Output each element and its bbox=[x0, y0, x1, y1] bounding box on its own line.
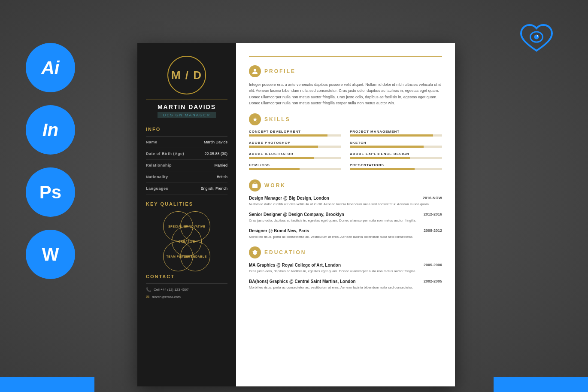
work-item-1: Senior Designer @ Design Company, Brookl… bbox=[249, 212, 442, 223]
skill-bar-bg bbox=[350, 146, 442, 148]
skill-bar-fill bbox=[350, 168, 415, 170]
info-section: INFO Name Martin Davids Date of Birth (A… bbox=[146, 127, 227, 194]
skill-name: SKETCH bbox=[350, 141, 442, 145]
info-value-nationality: British bbox=[217, 175, 227, 179]
profile-text: Integer posuere erat a ante venenatis da… bbox=[249, 82, 442, 106]
info-title: INFO bbox=[146, 127, 227, 132]
edu-item-title: MA Graphics @ Royal College of Art, Lond… bbox=[249, 263, 341, 267]
bottom-bar-left bbox=[0, 377, 94, 392]
work-item-0: Design Manager @ Big Design, London 2016… bbox=[249, 196, 442, 207]
contact-email: ✉ martin@email.com bbox=[146, 295, 227, 299]
qualities-title: KEY QUALITIES bbox=[146, 201, 227, 207]
profile-header: PROFILE bbox=[249, 65, 442, 77]
work-item-years: 2016-NOW bbox=[423, 196, 442, 200]
resume-right-panel: PROFILE Integer posuere erat a ante vene… bbox=[236, 43, 455, 386]
skill-bar-fill bbox=[249, 134, 327, 137]
skill-bar-bg bbox=[249, 168, 341, 170]
education-section: EDUCATION MA Graphics @ Royal College of… bbox=[249, 246, 442, 290]
info-value-languages: English, French bbox=[200, 186, 227, 191]
ps-icon[interactable]: Ps bbox=[26, 167, 75, 217]
skill-bar-bg bbox=[350, 157, 442, 159]
profile-heading: PROFILE bbox=[264, 68, 296, 74]
skill-item-5: ADOBE EXPERIENCE DESIGN bbox=[350, 152, 442, 159]
profile-section: PROFILE Integer posuere erat a ante vene… bbox=[249, 65, 442, 106]
skill-name: CONCEPT DEVELOPMENT bbox=[249, 130, 341, 134]
info-label-dob: Date of Birth (Age) bbox=[146, 152, 184, 156]
info-value-dob: 22.05.88 (30) bbox=[204, 152, 227, 156]
skill-bar-bg bbox=[350, 134, 442, 137]
skill-bar-fill bbox=[350, 157, 410, 159]
email-icon: ✉ bbox=[146, 295, 149, 299]
name-area: MARTIN DAVIDS DESIGN MANAGER bbox=[158, 103, 216, 118]
info-row-relationship: Relationship Married bbox=[146, 163, 227, 171]
work-item-title: Senior Designer @ Design Company, Brookl… bbox=[249, 212, 344, 217]
info-row-languages: Languages English, French bbox=[146, 186, 227, 194]
skill-name: PROJECT MANAGEMENT bbox=[350, 130, 442, 134]
svg-rect-4 bbox=[252, 184, 258, 188]
skill-name: ADOBE PHOTOSHOP bbox=[249, 141, 341, 145]
info-row-nationality: Nationality British bbox=[146, 175, 227, 183]
work-item-desc: Nullam id dolor id nibh ultricies vehicu… bbox=[249, 202, 442, 207]
edu-item-years: 2002-2005 bbox=[424, 279, 442, 284]
skill-bar-bg bbox=[350, 168, 442, 170]
w-icon[interactable]: W bbox=[26, 230, 75, 279]
skill-name: ADOBE EXPERIENCE DESIGN bbox=[350, 152, 442, 156]
edu-item-1: BA(hons) Graphics @ Central Saint Martin… bbox=[249, 279, 442, 290]
svg-point-1 bbox=[534, 34, 539, 39]
skill-bar-fill bbox=[350, 134, 433, 137]
work-item-header: Designer @ Brand New, Paris 2008-2012 bbox=[249, 228, 442, 233]
info-label-nationality: Nationality bbox=[146, 175, 168, 179]
contact-section: CONTACT 📞 Cell +44 (12) 123 4567 ✉ marti… bbox=[146, 274, 227, 299]
ai-icon[interactable]: Ai bbox=[26, 43, 75, 92]
contact-phone: 📞 Cell +44 (12) 123 4567 bbox=[146, 287, 227, 292]
work-item-desc: Cras justo odio, dapibus ac facilisis in… bbox=[249, 218, 442, 223]
top-gold-line bbox=[249, 56, 442, 57]
skills-section: ★ SKILLS CONCEPT DEVELOPMENT PROJECT MAN… bbox=[249, 113, 442, 173]
edu-item-header: MA Graphics @ Royal College of Art, Lond… bbox=[249, 263, 442, 267]
qualities-section: KEY QUALITIES SPECIALIST INNOVATIVE CREA… bbox=[146, 201, 227, 267]
edu-item-years: 2005-2006 bbox=[424, 263, 442, 267]
edu-item-desc: Morbi leo risus, porta ac consectetur ac… bbox=[249, 285, 442, 290]
contact-title: CONTACT bbox=[146, 274, 227, 279]
monogram-text: M / D bbox=[171, 69, 202, 82]
work-item-title: Design Manager @ Big Design, London bbox=[249, 196, 329, 201]
full-name: MARTIN DAVIDS bbox=[158, 103, 216, 110]
skill-item-0: CONCEPT DEVELOPMENT bbox=[249, 130, 341, 137]
resume: M / D MARTIN DAVIDS DESIGN MANAGER INFO … bbox=[137, 43, 455, 386]
phone-text: Cell +44 (12) 123 4567 bbox=[154, 288, 189, 292]
skill-item-7: PRESENTATIONS bbox=[350, 163, 442, 170]
edu-item-title: BA(hons) Graphics @ Central Saint Martin… bbox=[249, 279, 356, 284]
skill-bar-fill bbox=[350, 146, 424, 148]
job-title: DESIGN MANAGER bbox=[158, 112, 216, 118]
work-item-2: Designer @ Brand New, Paris 2008-2012 Mo… bbox=[249, 228, 442, 240]
skill-bar-bg bbox=[249, 134, 341, 137]
email-text: martin@email.com bbox=[152, 295, 181, 299]
resume-left-panel: M / D MARTIN DAVIDS DESIGN MANAGER INFO … bbox=[137, 43, 236, 386]
work-header: WORK bbox=[249, 179, 442, 191]
skill-item-6: HTML/CSS bbox=[249, 163, 341, 170]
monogram-circle: M / D bbox=[167, 56, 206, 94]
info-row-name: Name Martin Davids bbox=[146, 140, 227, 148]
education-icon bbox=[249, 246, 261, 258]
info-divider bbox=[146, 136, 227, 137]
in-icon[interactable]: In bbox=[26, 105, 75, 155]
work-heading: WORK bbox=[264, 182, 286, 188]
name-divider-top bbox=[146, 100, 227, 100]
bottom-bar-right bbox=[494, 377, 588, 392]
skills-grid: CONCEPT DEVELOPMENT PROJECT MANAGEMENT A… bbox=[249, 130, 442, 173]
education-header: EDUCATION bbox=[249, 246, 442, 258]
skill-name: PRESENTATIONS bbox=[350, 163, 442, 167]
skill-bar-fill bbox=[249, 157, 314, 159]
skill-bar-bg bbox=[249, 157, 341, 159]
skill-item-3: SKETCH bbox=[350, 141, 442, 148]
qualities-divider bbox=[146, 211, 227, 211]
skill-item-1: PROJECT MANAGEMENT bbox=[350, 130, 442, 137]
phone-icon: 📞 bbox=[146, 287, 151, 292]
work-item-header: Senior Designer @ Design Company, Brookl… bbox=[249, 212, 442, 217]
skill-bar-fill bbox=[249, 168, 300, 170]
work-section: WORK Design Manager @ Big Design, London… bbox=[249, 179, 442, 240]
skills-header: ★ SKILLS bbox=[249, 113, 442, 125]
edu-item-header: BA(hons) Graphics @ Central Saint Martin… bbox=[249, 279, 442, 284]
skills-icon: ★ bbox=[249, 113, 261, 125]
work-item-title: Designer @ Brand New, Paris bbox=[249, 228, 309, 233]
